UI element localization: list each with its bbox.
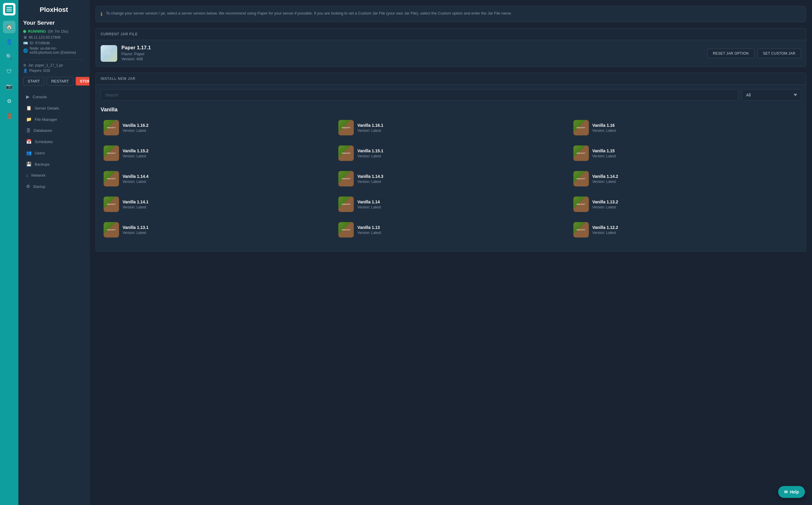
restart-button[interactable]: RESTART	[47, 77, 73, 86]
id-icon: 🪪	[23, 41, 28, 45]
jar-card[interactable]: Vanilla 1.13Version: Latest	[335, 219, 566, 240]
sidebar-item-file-manager[interactable]: 📁File Manager	[23, 114, 84, 125]
install-jar-body: AllVanillaPaperSpigotBukkitForgeFabric V…	[96, 85, 806, 251]
jar-card[interactable]: Vanilla 1.14.3Version: Latest	[335, 168, 566, 189]
sidebar-item-startup[interactable]: ⚙Startup	[23, 181, 84, 192]
camera-icon[interactable]: 📷	[3, 80, 15, 93]
help-label: Help	[790, 490, 799, 494]
jar-card-info: Vanilla 1.14.2Version: Latest	[592, 174, 618, 184]
jar-card-name: Vanilla 1.14.4	[123, 174, 148, 179]
brand-logo[interactable]	[3, 3, 15, 15]
jar-card[interactable]: Vanilla 1.14.1Version: Latest	[100, 194, 331, 215]
sidebar-item-server-details[interactable]: 📋Server Details	[23, 103, 84, 114]
jar-row: ⚙ Jar: paper_1_17_1.jar	[23, 63, 84, 67]
jar-card-name: Vanilla 1.15.1	[357, 148, 383, 153]
info-icon: ℹ	[100, 11, 103, 18]
settings-icon[interactable]: ⚙	[3, 95, 15, 108]
current-jar-body: ✈ Paper 1.17.1 Flavor: Paper Version: 40…	[96, 40, 806, 66]
jar-card-name: Vanilla 1.12.2	[592, 225, 618, 230]
start-button[interactable]: START	[23, 77, 44, 86]
jar-card-version: Version: Latest	[123, 180, 148, 184]
filter-select[interactable]: AllVanillaPaperSpigotBukkitForgeFabric	[742, 90, 801, 101]
jar-card[interactable]: Vanilla 1.16.2Version: Latest	[100, 117, 331, 138]
jar-card[interactable]: Vanilla 1.14.4Version: Latest	[100, 168, 331, 189]
jar-card-version: Version: Latest	[592, 180, 618, 184]
nav-icon: ▶	[26, 94, 30, 100]
minecraft-icon	[338, 222, 354, 237]
minecraft-icon	[573, 171, 589, 186]
sidebar-item-schedules[interactable]: 📅Schedules	[23, 136, 84, 147]
jar-card-info: Vanilla 1.14.3Version: Latest	[357, 174, 383, 184]
jar-card-info: Vanilla 1.15.1Version: Latest	[357, 148, 383, 158]
jar-card[interactable]: Vanilla 1.14.2Version: Latest	[570, 168, 801, 189]
server-ip-row: 🖥 66.11.123.50:27809	[23, 35, 84, 39]
shield-icon[interactable]: 🛡	[3, 65, 15, 78]
jar-card-version: Version: Latest	[123, 231, 148, 235]
jar-card[interactable]: Vanilla 1.12.2Version: Latest	[570, 219, 801, 240]
paper-logo: ✈	[100, 45, 117, 62]
install-jar-section: INSTALL NEW JAR AllVanillaPaperSpigotBuk…	[95, 73, 806, 251]
sidebar-item-users[interactable]: 👥Users	[23, 148, 84, 158]
jar-icon: ⚙	[23, 63, 26, 67]
jar-card-version: Version: Latest	[592, 205, 618, 209]
sidebar-item-backups[interactable]: 💾Backups	[23, 159, 84, 170]
logout-icon[interactable]: 🚪	[3, 110, 15, 122]
search-filter-row: AllVanillaPaperSpigotBukkitForgeFabric	[100, 90, 801, 101]
minecraft-icon	[573, 120, 589, 135]
jar-card-version: Version: Latest	[592, 154, 616, 158]
jar-categories: VanillaVanilla 1.16.2Version: LatestVani…	[100, 107, 801, 240]
user-icon[interactable]: 👤	[3, 36, 15, 48]
reset-jar-button[interactable]: RESET JAR OPTION	[707, 49, 755, 58]
nav-menu: ▶Console📋Server Details📁File Manager🗄Dat…	[23, 92, 84, 192]
jar-card[interactable]: Vanilla 1.13.1Version: Latest	[100, 219, 331, 240]
home-icon[interactable]: 🏠	[3, 21, 15, 33]
jar-card[interactable]: Vanilla 1.16Version: Latest	[570, 117, 801, 138]
jar-info: Jar: paper_1_17_1.jar	[28, 63, 63, 67]
jar-card-info: Vanilla 1.15Version: Latest	[592, 148, 616, 158]
jar-card[interactable]: Vanilla 1.13.2Version: Latest	[570, 194, 801, 215]
server-id-row: 🪪 ID: 67c6fedb	[23, 41, 84, 45]
jar-card-info: Vanilla 1.13.1Version: Latest	[123, 225, 148, 235]
server-node: Node: us-dal-mc-ex59.ploxhost.com (Extre…	[30, 46, 84, 55]
sidebar-item-console[interactable]: ▶Console	[23, 92, 84, 102]
nav-label: Databases	[33, 128, 52, 133]
players-icon: 👤	[23, 68, 28, 73]
jar-card-info: Vanilla 1.14Version: Latest	[357, 199, 381, 209]
help-button[interactable]: ✉ Help	[778, 486, 805, 498]
minecraft-icon	[104, 222, 119, 237]
node-icon: 🌐	[23, 48, 28, 53]
category-title-vanilla: Vanilla	[100, 107, 801, 113]
status-text: RUNNING	[28, 29, 46, 33]
stop-button[interactable]: STOP	[76, 77, 89, 86]
jar-card[interactable]: Vanilla 1.15.2Version: Latest	[100, 143, 331, 164]
jar-card[interactable]: Vanilla 1.16.1Version: Latest	[335, 117, 566, 138]
minecraft-icon	[573, 222, 589, 237]
minecraft-icon	[338, 196, 354, 212]
jar-card[interactable]: Vanilla 1.15Version: Latest	[570, 143, 801, 164]
install-jar-header: INSTALL NEW JAR	[96, 73, 806, 85]
sidebar-item-network[interactable]: ↕Network	[23, 170, 84, 180]
jar-card-name: Vanilla 1.16	[592, 123, 616, 128]
set-custom-jar-button[interactable]: SET CUSTOM JAR	[757, 49, 801, 58]
status-row: RUNNING (0h 7m 15s)	[23, 29, 84, 33]
minecraft-icon	[104, 146, 119, 161]
minecraft-icon	[104, 196, 119, 212]
minecraft-icon	[573, 146, 589, 161]
nav-label: Backups	[35, 162, 49, 167]
nav-icon: 💾	[26, 162, 32, 167]
players-info: Players: 0/20	[29, 68, 50, 73]
search-input[interactable]	[100, 90, 738, 101]
jar-grid-vanilla: Vanilla 1.16.2Version: LatestVanilla 1.1…	[100, 117, 801, 240]
status-dot	[23, 30, 26, 33]
minecraft-icon	[338, 146, 354, 161]
main-content: ℹ To change your server version / jar, s…	[89, 0, 812, 505]
jar-card-name: Vanilla 1.14	[357, 199, 381, 204]
minecraft-icon	[104, 171, 119, 186]
jar-card[interactable]: Vanilla 1.14Version: Latest	[335, 194, 566, 215]
jar-card-name: Vanilla 1.13.1	[123, 225, 148, 230]
sidebar-item-databases[interactable]: 🗄Databases	[23, 125, 84, 136]
jar-card[interactable]: Vanilla 1.15.1Version: Latest	[335, 143, 566, 164]
search-icon[interactable]: 🔍	[3, 50, 15, 63]
minecraft-icon	[573, 196, 589, 212]
divider	[23, 59, 84, 60]
